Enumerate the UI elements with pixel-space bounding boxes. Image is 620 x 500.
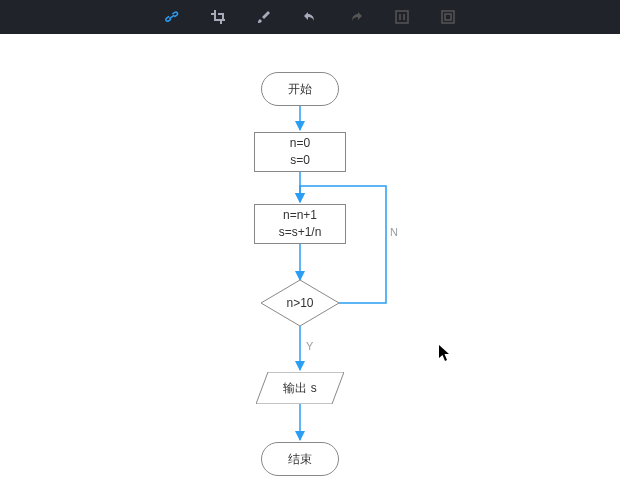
svg-rect-0 xyxy=(396,11,408,23)
node-init-content: n=0 s=0 xyxy=(290,135,310,169)
cursor-icon xyxy=(438,344,452,362)
node-end[interactable]: 结束 xyxy=(261,442,339,476)
actual-size-icon[interactable] xyxy=(393,8,411,26)
edge-label-yes: Y xyxy=(306,340,313,352)
node-loop[interactable]: n=n+1 s=s+1/n xyxy=(254,204,346,244)
node-output-label: 输出 s xyxy=(256,372,344,404)
crop-icon[interactable] xyxy=(209,8,227,26)
node-output[interactable]: 输出 s xyxy=(256,372,344,404)
node-loop-content: n=n+1 s=s+1/n xyxy=(279,207,322,241)
svg-rect-1 xyxy=(442,11,454,23)
node-decision-label: n>10 xyxy=(261,280,339,326)
edge-label-no: N xyxy=(390,226,398,238)
link-icon[interactable] xyxy=(163,8,181,26)
flowchart-canvas[interactable]: 开始 n=0 s=0 n=n+1 s=s+1/n n>10 输出 s 结束 N … xyxy=(0,34,620,500)
brush-icon[interactable] xyxy=(255,8,273,26)
node-start[interactable]: 开始 xyxy=(261,72,339,106)
node-init[interactable]: n=0 s=0 xyxy=(254,132,346,172)
fit-icon[interactable] xyxy=(439,8,457,26)
svg-rect-2 xyxy=(445,14,451,20)
node-start-label: 开始 xyxy=(288,81,312,98)
redo-icon[interactable] xyxy=(347,8,365,26)
node-decision[interactable]: n>10 xyxy=(261,280,339,326)
node-end-label: 结束 xyxy=(288,451,312,468)
undo-icon[interactable] xyxy=(301,8,319,26)
toolbar xyxy=(0,0,620,34)
